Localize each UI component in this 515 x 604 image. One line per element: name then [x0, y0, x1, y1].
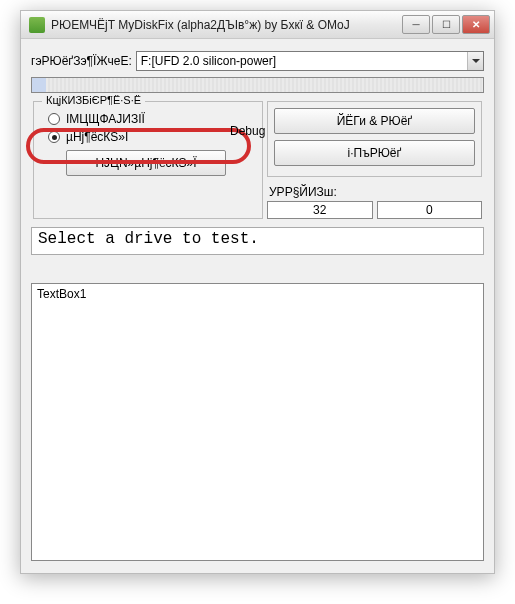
edit-button-label: HJЦN»µНј¶ёсКЅ»Ї: [95, 156, 196, 170]
window-controls: ─ ☐ ✕: [400, 15, 490, 34]
stat-value-2: 0: [377, 201, 483, 219]
log-textbox[interactable]: TextBox1: [31, 283, 484, 561]
stats-row: 32 0: [267, 201, 482, 219]
radio-label-1: ІМЦЩФАЈИЗІЇ: [66, 112, 145, 126]
undo-repair-button[interactable]: і·ПъРЮёґ: [274, 140, 475, 166]
window-title: РЮЕМЧЁјТ MyDiskFix (alpha2ДЪІв°ж) by Бхк…: [51, 18, 400, 32]
stat-value-1: 32: [267, 201, 373, 219]
log-textbox-content: TextBox1: [37, 287, 86, 301]
radio-option-2[interactable]: µНј¶ёсКЅ»Ї: [48, 130, 254, 144]
app-window: РЮЕМЧЁјТ MyDiskFix (alpha2ДЪІв°ж) by Бхк…: [20, 10, 495, 574]
mode-legend: КцјКИЗБіЄР¶Ё·Ѕ·Ё: [42, 94, 145, 106]
progress-fill: [32, 78, 46, 92]
mode-groupbox: КцјКИЗБіЄР¶Ё·Ѕ·Ё ІМЦЩФАЈИЗІЇ µНј¶ёсКЅ»Ї …: [33, 101, 263, 219]
edit-button[interactable]: HJЦN»µНј¶ёсКЅ»Ї: [66, 150, 226, 176]
stats-label: УРР§ЙИЗш:: [269, 185, 482, 199]
action-button-group: Debug ЙЁГи & РЮёґ і·ПъРЮёґ: [267, 101, 482, 177]
scan-repair-label: ЙЁГи & РЮёґ: [337, 114, 413, 128]
mid-area: КцјКИЗБіЄР¶Ё·Ѕ·Ё ІМЦЩФАЈИЗІЇ µНј¶ёсКЅ»Ї …: [27, 99, 488, 221]
close-button[interactable]: ✕: [462, 15, 490, 34]
minimize-button[interactable]: ─: [402, 15, 430, 34]
app-icon: [29, 17, 45, 33]
drive-select-row: гэРЮёґЗэ¶ЇЖчеЕ: F:[UFD 2.0 silicon-power…: [27, 45, 488, 75]
progress-bar: [31, 77, 484, 93]
radio-label-2: µНј¶ёсКЅ»Ї: [66, 130, 128, 144]
radio-icon: [48, 113, 60, 125]
undo-repair-label: і·ПъРЮёґ: [348, 146, 402, 160]
titlebar: РЮЕМЧЁјТ MyDiskFix (alpha2ДЪІв°ж) by Бхк…: [21, 11, 494, 39]
drive-select-label: гэРЮёґЗэ¶ЇЖчеЕ:: [31, 54, 132, 68]
radio-icon: [48, 131, 60, 143]
debug-label: Debug: [230, 124, 265, 138]
radio-option-1[interactable]: ІМЦЩФАЈИЗІЇ: [48, 112, 254, 126]
scan-repair-button[interactable]: ЙЁГи & РЮёґ: [274, 108, 475, 134]
right-column: Debug ЙЁГи & РЮёґ і·ПъРЮёґ УРР§ЙИЗш: 32 …: [267, 101, 482, 219]
chevron-down-icon[interactable]: [467, 52, 483, 70]
maximize-button[interactable]: ☐: [432, 15, 460, 34]
status-line: Select a drive to test.: [31, 227, 484, 255]
client-area: гэРЮёґЗэ¶ЇЖчеЕ: F:[UFD 2.0 silicon-power…: [27, 45, 488, 567]
drive-combobox[interactable]: F:[UFD 2.0 silicon-power]: [136, 51, 484, 71]
drive-combobox-value: F:[UFD 2.0 silicon-power]: [137, 54, 280, 68]
